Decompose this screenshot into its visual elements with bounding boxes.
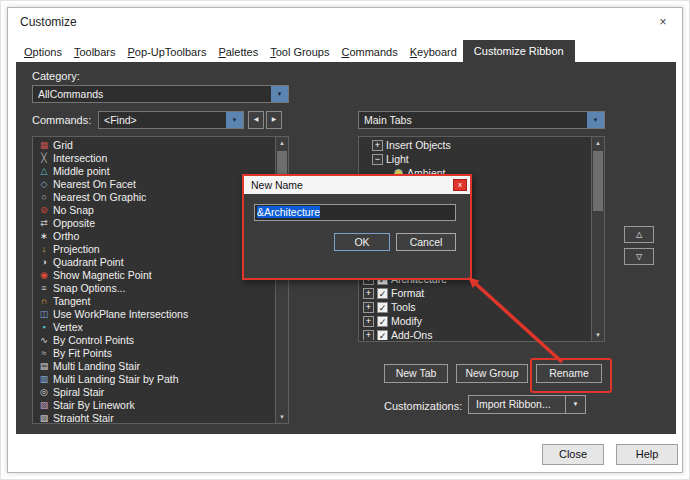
expand-icon[interactable]: + [372, 140, 383, 151]
chevron-down-icon[interactable]: ▼ [226, 112, 243, 128]
collapse-icon[interactable]: − [372, 154, 383, 165]
new-name-input[interactable]: &Architecture [254, 204, 456, 221]
chevron-down-icon[interactable]: ▼ [271, 86, 288, 102]
middle-point-icon: △ [37, 166, 51, 176]
import-ribbon-button[interactable]: Import Ribbon... ▼ [468, 395, 586, 414]
command-item-stair-by-linework[interactable]: ▨Stair By Linework [34, 398, 274, 411]
command-item-nearest-on-facet[interactable]: ◇Nearest On Facet [34, 177, 274, 190]
projection-icon: ↓ [37, 244, 51, 254]
tree-item-label: Format [391, 287, 424, 299]
customizations-label: Customizations: [384, 400, 462, 412]
checkbox-checked[interactable]: ✓ [377, 302, 388, 313]
straight-stair-icon: ▧ [37, 413, 51, 423]
tab-tool-groups[interactable]: Tool Groups [264, 42, 335, 62]
new-group-button[interactable]: New Group [456, 364, 528, 383]
command-item-quadrant-point[interactable]: ◑Quadrant Point [34, 255, 274, 268]
tab-customize-ribbon[interactable]: Customize Ribbon [463, 40, 575, 62]
command-item-nearest-on-graphic[interactable]: ○Nearest On Graphic [34, 190, 274, 203]
intersection-icon: ╳ [37, 153, 51, 163]
command-item-opposite[interactable]: ⇄Opposite [34, 216, 274, 229]
command-item-projection[interactable]: ↓Projection [34, 242, 274, 255]
opposite-icon: ⇄ [37, 218, 51, 228]
chevron-down-icon[interactable]: ▼ [565, 396, 585, 413]
show-magnetic-point-icon: ◉ [37, 270, 51, 280]
tree-item-add-ons[interactable]: +✓Add-Ons [360, 328, 590, 340]
expand-icon[interactable]: + [363, 288, 374, 299]
scroll-down-icon[interactable]: ▼ [276, 411, 288, 423]
prev-command-button[interactable]: ◀ [248, 111, 264, 129]
command-item-multi-landing-stair-by-path[interactable]: ▥Multi Landing Stair by Path [34, 372, 274, 385]
tab-commands[interactable]: Commands [335, 42, 403, 62]
command-label: Show Magnetic Point [51, 269, 152, 281]
tree-item-insert-objects[interactable]: +Insert Objects [360, 138, 590, 152]
command-label: Ortho [51, 230, 79, 242]
ok-button[interactable]: OK [334, 233, 390, 251]
command-label: Stair By Linework [51, 399, 135, 411]
command-item-grid[interactable]: ▦Grid [34, 138, 274, 151]
command-item-vertex[interactable]: ▪Vertex [34, 320, 274, 333]
tree-item-modify[interactable]: +✓Modify [360, 314, 590, 328]
spiral-stair-icon: ◎ [37, 387, 51, 397]
command-item-by-fit-points[interactable]: ≈By Fit Points [34, 346, 274, 359]
new-tab-button[interactable]: New Tab [384, 364, 448, 383]
tab-options[interactable]: Options [18, 42, 68, 62]
new-name-titlebar[interactable]: New Name x [244, 176, 470, 194]
command-item-spiral-stair[interactable]: ◎Spiral Stair [34, 385, 274, 398]
screenshot-frame: Customize × OptionsToolbarsPop-UpToolbar… [0, 0, 690, 480]
tree-item-format[interactable]: +✓Format [360, 286, 590, 300]
by-fit-points-icon: ≈ [37, 348, 51, 358]
cancel-button[interactable]: Cancel [396, 233, 456, 251]
command-item-snap-options[interactable]: ≡Snap Options... [34, 281, 274, 294]
checkbox-checked[interactable]: ✓ [377, 330, 388, 341]
command-item-multi-landing-stair[interactable]: ▤Multi Landing Stair [34, 359, 274, 372]
command-item-by-control-points[interactable]: ∿By Control Points [34, 333, 274, 346]
next-command-button[interactable]: ▶ [266, 111, 282, 129]
command-item-straight-stair[interactable]: ▧Straight Stair [34, 411, 274, 422]
command-label: Nearest On Graphic [51, 191, 146, 203]
tab-pop-uptoolbars[interactable]: Pop-UpToolbars [122, 42, 213, 62]
command-label: No Snap [51, 204, 94, 216]
move-up-button[interactable]: △ [624, 226, 654, 243]
tree-scrollbar[interactable]: ▲ ▼ [591, 137, 604, 341]
chevron-down-icon[interactable]: ▼ [587, 112, 604, 128]
command-item-tangent[interactable]: ∩Tangent [34, 294, 274, 307]
command-label: Opposite [51, 217, 95, 229]
tab-keyboard[interactable]: Keyboard [404, 42, 463, 62]
command-item-no-snap[interactable]: ⊘No Snap [34, 203, 274, 216]
find-combobox[interactable]: <Find> ▼ [98, 111, 244, 129]
expand-icon[interactable]: + [363, 302, 374, 313]
close-button[interactable]: Close [542, 444, 604, 465]
scrollbar-thumb[interactable] [593, 151, 603, 211]
expand-icon[interactable]: + [363, 316, 374, 327]
command-label: Nearest On Facet [51, 178, 136, 190]
command-item-use-workplane-intersections[interactable]: ◫Use WorkPlane Intersections [34, 307, 274, 320]
import-ribbon-label: Import Ribbon... [476, 398, 551, 410]
scroll-down-icon[interactable]: ▼ [592, 329, 604, 341]
command-label: Straight Stair [51, 412, 114, 423]
tree-item-tools[interactable]: +✓Tools [360, 300, 590, 314]
ribbon-target-combobox[interactable]: Main Tabs ▼ [358, 111, 605, 129]
close-icon[interactable]: x [453, 179, 467, 191]
close-icon[interactable]: × [654, 13, 672, 31]
tab-palettes[interactable]: Palettes [212, 42, 264, 62]
expand-icon[interactable]: + [363, 330, 374, 341]
category-combobox[interactable]: AllCommands ▼ [32, 85, 289, 103]
help-button[interactable]: Help [616, 444, 678, 465]
tab-toolbars[interactable]: Toolbars [68, 42, 122, 62]
command-label: Multi Landing Stair [51, 360, 140, 372]
checkbox-checked[interactable]: ✓ [377, 316, 388, 327]
move-down-button[interactable]: ▽ [624, 248, 654, 265]
new-name-title: New Name [251, 179, 303, 191]
rename-button[interactable]: Rename [536, 364, 602, 383]
command-label: Intersection [51, 152, 107, 164]
command-item-middle-point[interactable]: △Middle point [34, 164, 274, 177]
scroll-up-icon[interactable]: ▲ [592, 137, 604, 149]
scroll-up-icon[interactable]: ▲ [276, 137, 288, 149]
command-item-show-magnetic-point[interactable]: ◉Show Magnetic Point [34, 268, 274, 281]
checkbox-checked[interactable]: ✓ [377, 288, 388, 299]
selected-text: &Architecture [257, 206, 320, 218]
command-item-ortho[interactable]: ∗Ortho [34, 229, 274, 242]
left-arrow-icon: ◀ [254, 116, 259, 122]
command-item-intersection[interactable]: ╳Intersection [34, 151, 274, 164]
tree-item-light[interactable]: −Light [360, 152, 590, 166]
